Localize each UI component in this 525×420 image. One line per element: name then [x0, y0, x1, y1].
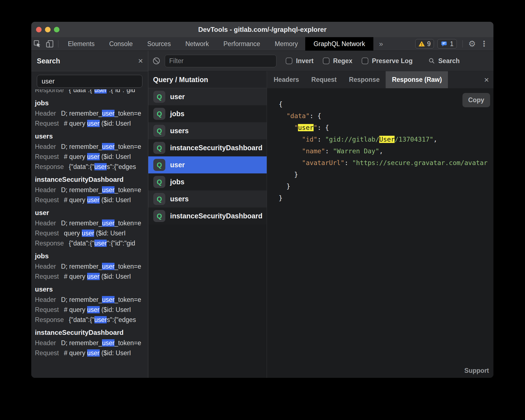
json-line: "id": "gid://gitlab/User/13704317", [279, 133, 493, 145]
separator [462, 40, 463, 47]
result-section-heading: users [35, 132, 148, 141]
search-result-line[interactable]: Requestquery user ($id: UserI [35, 228, 148, 238]
support-link[interactable]: Support [464, 367, 489, 374]
search-result-line[interactable]: HeaderD; remember_user_token=e [35, 261, 148, 271]
messages-badge[interactable]: 1 [437, 39, 457, 49]
result-line-text: query user ($id: UserI [64, 230, 126, 237]
close-search-panel-icon[interactable]: × [138, 57, 143, 65]
regex-checkbox[interactable] [323, 58, 330, 64]
query-row-jobs[interactable]: Q jobs [148, 173, 267, 190]
json-line: "name": "Warren Day", [279, 145, 493, 157]
query-list-panel: Query / Mutation Q user Q jobs Q [148, 71, 267, 378]
query-row-instance-security-dashboard[interactable]: Q instanceSecurityDashboard [148, 207, 267, 225]
invert-label[interactable]: Invert [296, 57, 314, 65]
lower-panels: Query / Mutation Q user Q jobs Q [148, 71, 493, 378]
search-result-line[interactable]: HeaderD; remember_user_token=e [35, 185, 148, 195]
traffic-lights [36, 22, 59, 37]
result-line-label: Header [35, 263, 56, 270]
regex-label[interactable]: Regex [333, 57, 352, 65]
filter-toolbar: Invert Regex Preserve Log [148, 51, 493, 71]
result-line-label: Request [35, 120, 59, 127]
search-result-line[interactable]: Response{"data":{"user":{"id":"gid [35, 238, 148, 248]
result-line-text: D; remember_user_token=e [61, 339, 141, 347]
search-result-line[interactable]: Request# query user ($id: UserI [35, 305, 148, 315]
search-result-line[interactable]: HeaderD; remember_user_token=e [35, 142, 148, 152]
inspect-element-icon[interactable] [31, 37, 44, 51]
preserve-log-checkbox[interactable] [362, 58, 368, 64]
more-tabs-chevron[interactable]: » [373, 40, 388, 48]
result-line-text: # query user ($id: UserI [64, 349, 131, 357]
json-line: "data": { [279, 110, 493, 122]
search-input[interactable] [37, 75, 142, 88]
query-row-instance-security-dashboard[interactable]: Q instanceSecurityDashboard [148, 139, 267, 156]
search-panel-title: Search [37, 57, 60, 65]
close-window-button[interactable] [36, 27, 42, 32]
tab-elements[interactable]: Elements [61, 37, 102, 51]
query-list-header: Query / Mutation [148, 71, 267, 88]
tab-network[interactable]: Network [178, 37, 216, 51]
response-raw-body: Copy { "data": { "user": { "id": "gid://… [267, 88, 493, 378]
toolbar-search-button[interactable]: Search [428, 57, 460, 65]
query-row-user[interactable]: Q user [148, 88, 267, 105]
tab-sources[interactable]: Sources [140, 37, 178, 51]
device-toolbar-icon[interactable] [44, 37, 56, 51]
result-line-label: Request [35, 306, 59, 313]
search-result-line[interactable]: HeaderD; remember_user_token=e [35, 295, 148, 305]
maximize-window-button[interactable] [54, 27, 59, 32]
search-result-line[interactable]: Response{"data":{"users":{"edges [35, 315, 148, 325]
json-line: } [279, 169, 493, 180]
search-result-line[interactable]: Request# query user ($id: UserI [35, 118, 148, 128]
tab-request[interactable]: Request [305, 71, 343, 88]
query-row-users[interactable]: Q users [148, 190, 267, 207]
result-section-heading: jobs [35, 251, 148, 261]
preserve-log-label[interactable]: Preserve Log [372, 57, 413, 65]
search-result-partial-row[interactable]: Response{"data":{"user":{"id":"gid [35, 89, 148, 95]
result-line-text: D; remember_user_token=e [61, 186, 141, 194]
json-line: } [279, 192, 493, 204]
result-line-text: # query user ($id: UserI [64, 120, 131, 127]
query-row-users[interactable]: Q users [148, 122, 267, 139]
result-line-text: D; remember_user_token=e [61, 110, 141, 117]
result-line-label: Header [35, 339, 56, 347]
result-line-label: Response [35, 240, 64, 247]
search-result-line[interactable]: Request# query user ($id: UserI [35, 348, 148, 358]
query-row-user-selected[interactable]: Q user [148, 156, 267, 173]
query-row-jobs[interactable]: Q jobs [148, 105, 267, 122]
invert-checkbox[interactable] [286, 58, 292, 64]
search-result-section: instanceSecurityDashboard HeaderD; remem… [35, 328, 148, 358]
search-panel: Search × Response{"data":{"user":{"id":"… [31, 51, 148, 378]
tab-memory[interactable]: Memory [268, 37, 305, 51]
result-section-heading: instanceSecurityDashboard [35, 175, 148, 184]
response-raw-json: { "data": { "user": { "id": "gid://gitla… [267, 88, 493, 378]
tab-headers[interactable]: Headers [268, 71, 305, 88]
clear-list-icon[interactable] [152, 57, 161, 65]
json-line: { [279, 98, 493, 110]
tab-response-raw[interactable]: Response (Raw) [386, 71, 448, 88]
filter-input[interactable] [165, 55, 276, 67]
tab-graphql-network[interactable]: GraphQL Network [305, 37, 374, 51]
result-line-text: # query user ($id: UserI [64, 306, 131, 313]
result-section-heading: instanceSecurityDashboard [35, 328, 148, 337]
close-detail-panel-icon[interactable]: × [484, 76, 489, 84]
copy-button[interactable]: Copy [462, 93, 490, 107]
search-result-section: user HeaderD; remember_user_token=e Requ… [35, 208, 148, 248]
tab-performance[interactable]: Performance [216, 37, 268, 51]
search-result-line[interactable]: Response{"data":{"users":{"edges [35, 162, 148, 172]
search-result-line[interactable]: HeaderD; remember_user_token=e [35, 338, 148, 348]
result-line-label: Response [35, 89, 64, 94]
settings-gear-icon[interactable]: ⚙ [468, 40, 476, 48]
result-line-label: Header [35, 110, 56, 117]
minimize-window-button[interactable] [45, 27, 51, 32]
warnings-badge[interactable]: 9 [415, 39, 434, 49]
kebab-menu-icon[interactable]: ⋮ [479, 40, 489, 48]
search-result-line[interactable]: HeaderD; remember_user_token=e [35, 218, 148, 228]
tab-console[interactable]: Console [102, 37, 140, 51]
devtools-window: DevTools - gitlab.com/-/graphql-explorer… [31, 22, 493, 378]
search-result-line[interactable]: Request# query user ($id: UserI [35, 271, 148, 281]
search-result-line[interactable]: Request# query user ($id: UserI [35, 195, 148, 205]
search-result-line[interactable]: HeaderD; remember_user_token=e [35, 108, 148, 118]
query-row-label: jobs [170, 110, 184, 118]
search-result-line[interactable]: Request# query user ($id: UserI [35, 152, 148, 162]
tab-response[interactable]: Response [343, 71, 386, 88]
result-line-label: Request [35, 273, 59, 280]
